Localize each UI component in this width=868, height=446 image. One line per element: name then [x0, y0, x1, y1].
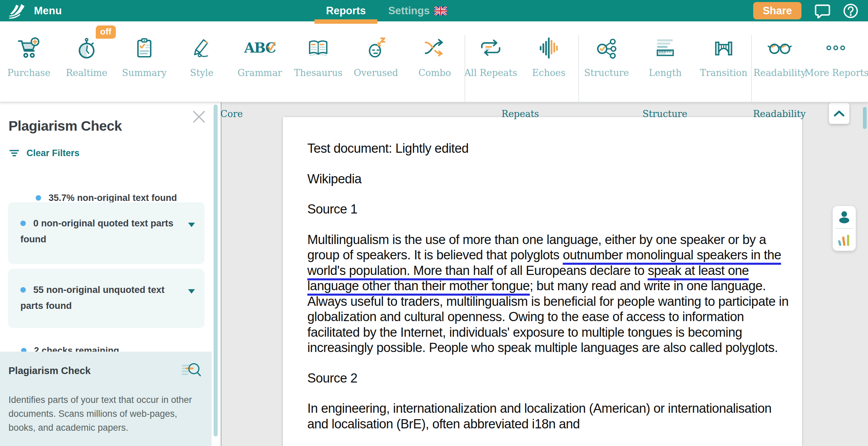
chevron-down-icon[interactable] [188, 223, 195, 227]
report-thesaurus[interactable]: Thesaurus [287, 29, 349, 78]
tab-reports[interactable]: Reports [326, 0, 366, 21]
collapse-toolbar-button[interactable] [829, 103, 849, 124]
doc-text: Wikipedia [307, 172, 361, 186]
report-length[interactable]: Length [634, 29, 697, 78]
info-panel-title: Plagiarism Check [8, 362, 91, 376]
bullet-dot [20, 221, 26, 226]
doc-text: In engineering, internationalization and… [307, 401, 772, 431]
menu-button[interactable]: Menu [34, 0, 62, 21]
bullet-dot [20, 287, 26, 293]
search-document-icon [181, 362, 202, 381]
chat-icon[interactable] [814, 0, 831, 21]
report-overused[interactable]: Overused [345, 29, 407, 78]
ellipsis-icon [804, 29, 867, 67]
report-transition[interactable]: Transition [692, 29, 755, 78]
abc-check-icon: ABC [229, 29, 291, 67]
report-combo[interactable]: Combo [403, 29, 466, 78]
document-page[interactable]: Test document: Lightly editedWikipediaSo… [283, 117, 802, 446]
document-canvas: Test document: Lightly editedWikipediaSo… [221, 103, 868, 446]
report-more[interactable]: More Reports [804, 29, 867, 78]
doc-text: Test document: Lightly edited [307, 141, 469, 155]
author-button[interactable] [833, 206, 856, 228]
document-scrollbar[interactable] [863, 107, 867, 129]
book-icon [287, 29, 349, 67]
report-realtime[interactable]: off Realtime [55, 29, 118, 78]
report-all-repeats[interactable]: All Repeats [459, 29, 522, 78]
report-purchase[interactable]: Purchase [0, 29, 60, 78]
report-echoes[interactable]: Echoes [518, 29, 580, 78]
network-icon [575, 29, 638, 67]
chevron-down-icon[interactable] [188, 289, 195, 294]
doc-paragraph[interactable]: Wikipedia [307, 171, 795, 187]
uk-flag-icon [434, 6, 447, 15]
glasses-icon [748, 29, 811, 67]
toolbar-divider [751, 35, 752, 102]
app-logo-icon [8, 2, 27, 21]
bullet-dot [36, 195, 41, 201]
sidebar-title: Plagiarism Check [8, 118, 122, 134]
doc-paragraph[interactable]: Multilingualism is the use of more than … [307, 232, 795, 356]
toolbar-divider [578, 35, 579, 102]
stat-card-unquoted[interactable]: 55 non-original unquoted text parts foun… [8, 269, 204, 328]
bar-chart-icon [837, 233, 852, 247]
clipboard-icon [113, 29, 176, 67]
header-tabs: Reports Settings [326, 0, 447, 21]
pencil-icon [170, 29, 233, 67]
doc-paragraph[interactable]: In engineering, internationalization and… [307, 401, 795, 432]
chevron-up-icon [833, 109, 845, 118]
cart-icon [0, 29, 60, 67]
report-summary[interactable]: Summary [113, 29, 176, 78]
repeat-arrows-icon [459, 29, 522, 67]
filter-icon [9, 149, 20, 158]
shuffle-icon [403, 29, 466, 67]
plagiarism-info-panel: Plagiarism Check Identifies parts of you… [0, 352, 212, 446]
doc-text: Source 2 [307, 371, 357, 385]
doc-paragraph[interactable]: Source 1 [307, 202, 795, 217]
close-icon[interactable] [192, 110, 206, 125]
waveform-icon [518, 29, 580, 67]
person-icon [837, 210, 852, 224]
sleepy-face-icon [345, 29, 407, 67]
help-icon[interactable] [843, 0, 858, 21]
document-side-tools [833, 206, 856, 251]
tab-settings[interactable]: Settings [388, 0, 447, 21]
reports-toolbar: Purchase off Realtime [0, 21, 868, 103]
info-panel-description: Identifies parts of your text that occur… [8, 393, 199, 435]
app-header: Menu Reports Settings Share [0, 0, 868, 21]
toolbar-group-readability: Readability [753, 109, 806, 119]
ruler-icon [634, 29, 697, 67]
report-grammar[interactable]: ABC Grammar [229, 29, 291, 78]
toolbar-divider [465, 35, 465, 102]
document-content: Test document: Lightly editedWikipediaSo… [283, 117, 802, 432]
report-structure[interactable]: Structure [575, 29, 638, 78]
doc-text: Source 1 [307, 202, 357, 216]
report-readability[interactable]: Readability [748, 29, 811, 78]
stat-card-quoted[interactable]: 0 non-original quoted text parts found [8, 202, 204, 264]
report-style[interactable]: Style [170, 29, 233, 78]
plagiarism-sidebar: Plagiarism Check Clear Filters 35.7% non… [0, 103, 221, 446]
stat-nonoriginal-percent: 35.7% non-original text found [36, 193, 177, 203]
doc-paragraph[interactable]: Test document: Lightly edited [307, 141, 795, 156]
clear-filters-button[interactable]: Clear Filters [9, 148, 79, 159]
toolbar-group-structure: Structure [643, 109, 687, 119]
doc-text: of all Europeans declare to [493, 263, 648, 278]
toolbar-group-repeats: Repeats [502, 109, 539, 119]
stats-chart-button[interactable] [833, 229, 856, 251]
stopwatch-icon: off [55, 29, 118, 67]
bridge-icon [692, 29, 755, 67]
doc-paragraph[interactable]: Source 2 [307, 371, 795, 386]
sidebar-scrollbar[interactable] [214, 105, 218, 436]
toolbar-group-core: Core [220, 109, 243, 119]
svg-text:ABC: ABC [244, 40, 275, 56]
share-button[interactable]: Share [753, 2, 801, 19]
